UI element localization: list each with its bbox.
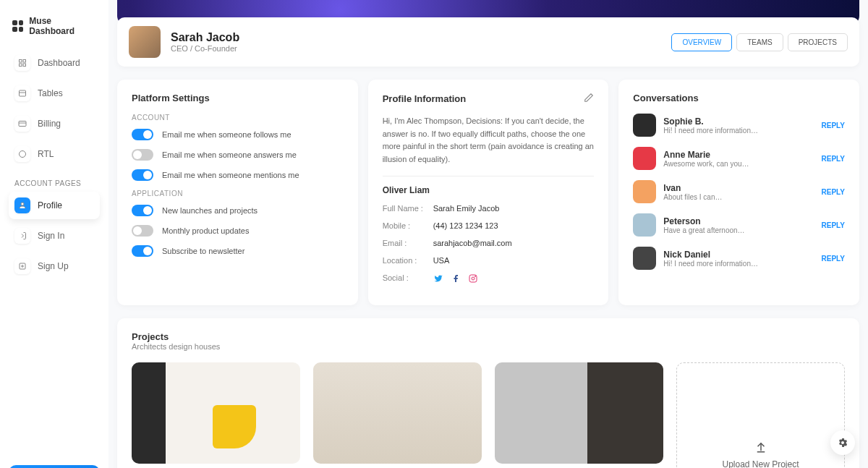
nav-label: Profile <box>38 200 62 210</box>
sidebar-item-dashboard[interactable]: Dashboard <box>9 49 100 77</box>
help-card: Need Help? Please check our docs DOCUMEN… <box>9 465 100 468</box>
info-value: Sarah Emily Jacob <box>433 204 500 213</box>
profile-header: Sarah Jacob CEO / Co-Founder OVERVIEWTEA… <box>117 17 859 67</box>
sidebar-item-tables[interactable]: Tables <box>9 80 100 107</box>
reply-button[interactable]: REPLY <box>822 155 845 163</box>
avatar <box>633 213 656 237</box>
toggle-label: Email me when someone mentions me <box>162 171 299 179</box>
toggle-switch[interactable] <box>132 205 153 216</box>
projects-title: Projects <box>132 331 845 342</box>
conversation-name: Peterson <box>663 216 744 226</box>
setting-row: Monthly product updates <box>132 225 344 237</box>
conversation-item: Nick Daniel Hi! I need more information…… <box>633 247 845 270</box>
nav-label: Sign Up <box>38 261 69 271</box>
svg-rect-3 <box>23 64 26 67</box>
sidebar-item-sign-up[interactable]: Sign Up <box>9 252 100 280</box>
toggle-label: Monthly product updates <box>162 226 249 235</box>
toggle-switch[interactable] <box>132 245 153 257</box>
sidebar-item-profile[interactable]: Profile <box>9 192 100 219</box>
tab-overview[interactable]: OVERVIEW <box>671 33 732 51</box>
info-value: (44) 123 1234 123 <box>433 221 498 230</box>
conversation-item: Anne Marie Awesome work, can you… REPLY <box>633 147 845 170</box>
twitter-icon[interactable] <box>433 273 443 284</box>
nav-label: Dashboard <box>38 58 80 68</box>
facebook-icon[interactable] <box>451 273 461 284</box>
projects-subtitle: Architects design houses <box>132 342 845 351</box>
conversation-name: Nick Daniel <box>663 250 758 260</box>
sidebar-item-billing[interactable]: Billing <box>9 110 100 137</box>
svg-point-15 <box>475 276 475 277</box>
profile-tabs: OVERVIEWTEAMSPROJECTS <box>671 33 848 51</box>
svg-rect-6 <box>19 122 26 127</box>
info-value: USA <box>433 256 450 265</box>
info-key: Mobile : <box>383 221 427 230</box>
reply-button[interactable]: REPLY <box>822 188 845 196</box>
toggle-switch[interactable] <box>132 225 153 237</box>
toggle-label: Email me when someone follows me <box>162 130 292 139</box>
svg-rect-1 <box>23 60 26 63</box>
conversations-title: Conversations <box>633 93 845 103</box>
sidebar: Muse Dashboard Dashboard Tables Billing … <box>0 0 109 468</box>
profile-name: Sarah Jacob <box>171 31 239 44</box>
upload-new-project[interactable]: Upload New Project <box>676 362 845 468</box>
nav-section-label: ACCOUNT PAGES <box>9 171 100 192</box>
project-image <box>313 362 482 464</box>
avatar <box>633 247 656 270</box>
avatar <box>633 147 656 170</box>
reply-button[interactable]: REPLY <box>822 255 845 263</box>
tables-icon <box>14 85 30 101</box>
toggle-switch[interactable] <box>132 129 153 140</box>
sidebar-item-rtl[interactable]: RTL <box>9 140 100 168</box>
info-title: Profile Information <box>383 93 467 104</box>
conversation-name: Ivan <box>663 183 722 193</box>
toggle-switch[interactable] <box>132 169 153 181</box>
info-value: sarahjacob@mail.com <box>433 239 512 247</box>
conversation-message: Hi! I need more information… <box>663 260 758 268</box>
nav-label: Tables <box>38 88 63 98</box>
toggle-label: Subscribe to newsletter <box>162 247 244 255</box>
setting-row: Email me when someone mentions me <box>132 169 344 181</box>
info-row: Email : sarahjacob@mail.com <box>383 239 595 247</box>
signup-icon <box>14 258 30 274</box>
svg-point-8 <box>20 151 26 158</box>
projects-card: Projects Architects design houses Projec… <box>117 318 859 468</box>
profile-bio: Hi, I'm Alec Thompson, Decisions: If you… <box>383 115 595 166</box>
tab-projects[interactable]: PROJECTS <box>788 33 848 51</box>
tab-teams[interactable]: TEAMS <box>736 33 783 51</box>
reply-button[interactable]: REPLY <box>822 221 845 229</box>
project-card: Project #1 Modern As Uber works through … <box>132 362 300 468</box>
info-key: Location : <box>383 256 427 265</box>
svg-rect-0 <box>20 60 22 63</box>
signin-icon <box>14 228 30 244</box>
social-label: Social : <box>383 273 427 284</box>
brand-logo: Muse Dashboard <box>9 9 100 49</box>
avatar <box>129 26 161 58</box>
instagram-icon[interactable] <box>468 273 478 284</box>
setting-row: Email me when someone follows me <box>132 129 344 140</box>
info-key: Email : <box>383 239 427 247</box>
sidebar-item-sign-in[interactable]: Sign In <box>9 222 100 250</box>
svg-point-14 <box>472 277 475 280</box>
conversation-name: Anne Marie <box>663 150 749 160</box>
platform-settings-card: Platform Settings ACCOUNT Email me when … <box>117 80 358 305</box>
setting-row: Subscribe to newsletter <box>132 245 344 257</box>
info-name: Oliver Liam <box>383 185 595 195</box>
toggle-switch[interactable] <box>132 149 153 161</box>
conversation-name: Sophie B. <box>663 116 758 127</box>
project-card: Project #2 Scandinavian Music is somethi… <box>313 362 482 468</box>
toggle-label: New launches and projects <box>162 206 258 215</box>
billing-icon <box>14 116 30 132</box>
info-key: Full Name : <box>383 204 427 213</box>
info-row: Mobile : (44) 123 1234 123 <box>383 221 595 230</box>
settings-group-label: ACCOUNT <box>132 114 344 122</box>
nav-label: RTL <box>38 149 54 159</box>
svg-rect-2 <box>20 64 22 67</box>
project-card: Project #3 Minimalist Different people h… <box>495 362 663 468</box>
edit-icon[interactable] <box>584 93 594 105</box>
conversation-item: Peterson Have a great afternoon… REPLY <box>633 213 845 237</box>
main-content: Sarah Jacob CEO / Co-Founder OVERVIEWTEA… <box>109 0 868 468</box>
toggle-label: Email me when someone answers me <box>162 150 297 159</box>
profile-info-card: Profile Information Hi, I'm Alec Thompso… <box>368 80 609 305</box>
settings-fab[interactable] <box>830 430 855 455</box>
reply-button[interactable]: REPLY <box>822 122 845 129</box>
